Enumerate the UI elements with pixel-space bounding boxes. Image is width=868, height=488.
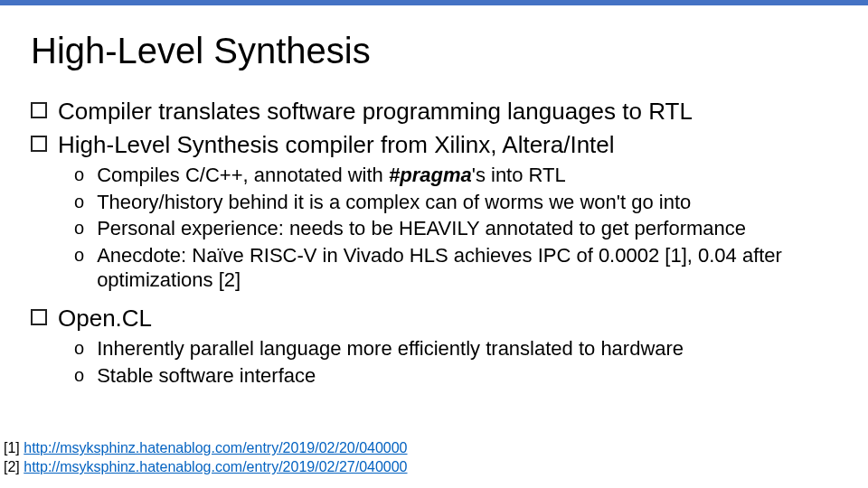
ref-link[interactable]: http://msyksphinz.hatenablog.com/entry/2… — [24, 440, 407, 455]
circle-bullet-icon: o — [74, 219, 84, 237]
bullet-text: Compiler translates software programming… — [58, 97, 693, 127]
bullet-level2: o Theory/history behind it is a complex … — [74, 190, 837, 215]
bullet-level2: o Stable software interface — [74, 363, 837, 389]
circle-bullet-icon: o — [74, 339, 84, 357]
square-bullet-icon — [31, 136, 47, 152]
bullet-level2: o Personal experience: needs to be HEAVI… — [74, 216, 837, 241]
text-run: 's into RTL — [472, 164, 566, 186]
bullet-level2: o Compiles C/C++, annotated with #pragma… — [74, 163, 837, 188]
bullet-text: Stable software interface — [97, 363, 316, 389]
bullet-text: Inherently parallel language more effici… — [97, 336, 684, 361]
bullet-level1: Open.CL — [31, 304, 837, 333]
circle-bullet-icon: o — [74, 366, 84, 384]
reference-line: [2] http://msyksphinz.hatenablog.com/ent… — [4, 458, 408, 477]
bullet-text: Open.CL — [58, 304, 152, 333]
circle-bullet-icon: o — [74, 165, 84, 183]
slide-content: Compiler translates software programming… — [31, 97, 837, 388]
bullet-level2: o Anecdote: Naïve RISC-V in Vivado HLS a… — [74, 243, 837, 293]
square-bullet-icon — [31, 309, 47, 325]
square-bullet-icon — [31, 102, 47, 118]
text-run: Compiles C/C++, annotated with — [97, 164, 389, 186]
slide: High-Level Synthesis Compiler translates… — [0, 0, 868, 488]
text-italic: #pragma — [389, 164, 472, 186]
circle-bullet-icon: o — [74, 246, 84, 264]
top-accent-bar — [0, 0, 868, 5]
references: [1] http://msyksphinz.hatenablog.com/ent… — [4, 439, 408, 477]
bullet-level1: High-Level Synthesis compiler from Xilin… — [31, 130, 837, 160]
ref-label: [1] — [4, 440, 24, 455]
bullet-level1: Compiler translates software programming… — [31, 97, 837, 127]
circle-bullet-icon: o — [74, 192, 84, 211]
bullet-text: Theory/history behind it is a complex ca… — [97, 190, 691, 215]
ref-link[interactable]: http://msyksphinz.hatenablog.com/entry/2… — [24, 459, 407, 474]
slide-title: High-Level Synthesis — [31, 31, 868, 71]
spacer — [31, 295, 837, 304]
bullet-text: Personal experience: needs to be HEAVILY… — [97, 216, 746, 241]
reference-line: [1] http://msyksphinz.hatenablog.com/ent… — [4, 439, 408, 458]
bullet-text: Anecdote: Naïve RISC-V in Vivado HLS ach… — [97, 243, 837, 293]
bullet-text: High-Level Synthesis compiler from Xilin… — [58, 130, 615, 160]
bullet-level2: o Inherently parallel language more effi… — [74, 336, 837, 361]
ref-label: [2] — [4, 459, 24, 474]
bullet-text: Compiles C/C++, annotated with #pragma's… — [97, 163, 566, 188]
